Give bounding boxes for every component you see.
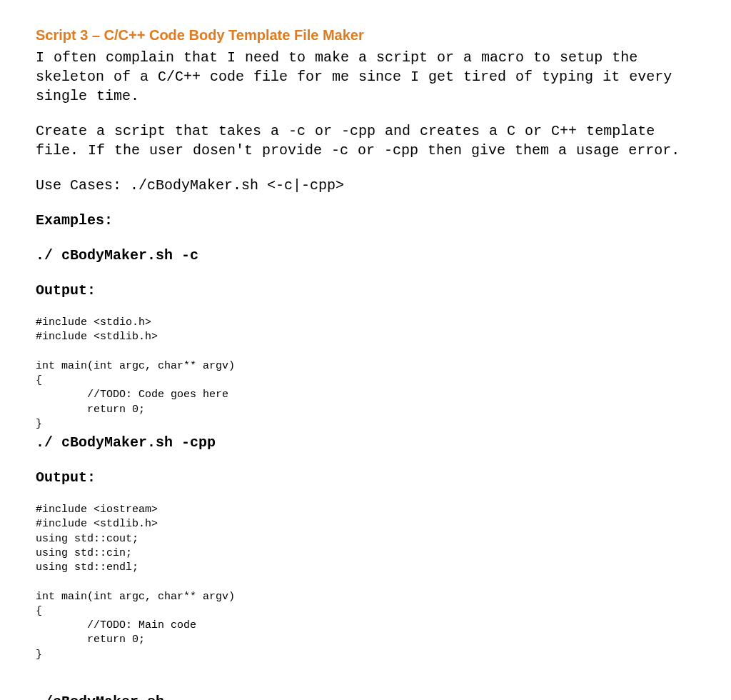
output-label-2: Output:: [36, 468, 695, 487]
script-heading: Script 3 – C/C++ Code Body Template File…: [36, 27, 695, 44]
example-2-command: ./ cBodyMaker.sh -cpp: [36, 433, 695, 452]
c-code-output: #include <stdio.h> #include <stdlib.h> i…: [36, 316, 695, 431]
intro-paragraph-2: Create a script that takes a -c or -cpp …: [36, 121, 695, 160]
output-label-1: Output:: [36, 281, 695, 300]
cpp-code-output: #include <iostream> #include <stdlib.h> …: [36, 503, 695, 662]
example-1-command: ./ cBodyMaker.sh -c: [36, 246, 695, 265]
intro-paragraph-1: I often complain that I need to make a s…: [36, 48, 695, 106]
example-3-command: ./cBodyMaker.sh: [36, 692, 695, 700]
use-cases-line: Use Cases: ./cBodyMaker.sh <-c|-cpp>: [36, 176, 695, 195]
spacer: [36, 664, 695, 692]
examples-label: Examples:: [36, 211, 695, 230]
